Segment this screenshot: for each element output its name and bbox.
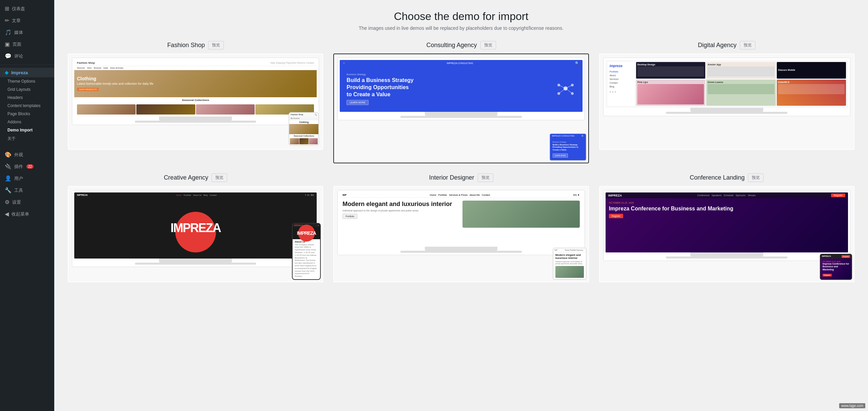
mobile-sea-img-1 [290, 138, 299, 144]
demo-creative-preview-btn[interactable]: 预览 [212, 173, 227, 182]
sidebar-users-label: 用户 [14, 176, 23, 182]
fashion-hero-text: Clothing [77, 76, 154, 81]
creative-nav-portfolio: Portfolio [184, 194, 191, 196]
consulting-cta[interactable]: LEARN MORE [347, 100, 368, 105]
interior-mobile-nav-links: Home Portfolio Services... [565, 249, 585, 251]
creative-nav-blog: Blog [203, 194, 208, 196]
demo-interior-card[interactable]: IDP Home Portfolio Services & Prices Abo… [333, 186, 589, 282]
demo-conference-preview-btn[interactable]: 预览 [748, 173, 764, 182]
sidebar-item-label: 文章 [12, 18, 21, 24]
creative-base [135, 263, 256, 265]
pages-icon: ▣ [5, 41, 10, 47]
fashion-mobile-seasonal-imgs [289, 138, 318, 145]
demo-fashion-preview-btn[interactable]: 预览 [208, 41, 224, 49]
fashion-nav-new: New Arrivals [110, 67, 123, 69]
demo-creative-inner: IMPREZA Home Portfolio About Us Blog Con… [68, 187, 322, 282]
sidebar-theme-options[interactable]: Theme Options [0, 77, 54, 85]
demo-conference-title-row: Conference Landing 预览 [690, 173, 764, 182]
creative-logo-text: IMPREZA [171, 221, 221, 235]
demo-interior-title-row: Interior Designer 预览 [429, 173, 493, 182]
sidebar-plugin-label: Impreza [11, 70, 28, 75]
demo-creative-title-row: Creative Agency 预览 [164, 173, 227, 182]
interior-nav-portfolio: Portfolio [438, 194, 447, 196]
sidebar-collapse-label: 收起菜单 [12, 211, 29, 217]
interior-cta[interactable]: Portfolio [342, 214, 357, 219]
sidebar-page-blocks[interactable]: Page Blocks [0, 110, 54, 118]
sidebar-content-templates[interactable]: Content templates [0, 102, 54, 110]
conference-mobile-register[interactable]: Register [842, 255, 850, 258]
fashion-mobile-seasonal-title: Seasonal Collections [289, 134, 318, 138]
sidebar-settings-label: 设置 [12, 199, 21, 205]
sidebar-tools[interactable]: 🔧 工具 [0, 184, 54, 196]
demo-conference-card[interactable]: IMPREZA Conference Speakers Schedule Spo… [599, 186, 854, 282]
sidebar-item-comments[interactable]: 💬 评论 [0, 50, 54, 62]
creative-social-3: Be [311, 193, 314, 197]
watermark: www.tqge.com [839, 403, 865, 408]
digital-social-1: ● [610, 90, 611, 93]
consulting-mobile-logo: IMPREZA CONSULTING [552, 135, 575, 137]
consulting-network-icon [555, 78, 576, 100]
sidebar-impreza[interactable]: ◆ Impreza [0, 68, 54, 77]
consulting-screen-wrap: ≡ IMPREZA CONSULTING 🔍 Business Strategy… [340, 60, 582, 112]
fashion-nav-men: Men [87, 67, 92, 69]
impreza-section: ◆ Impreza Theme Options Grid Layouts Hea… [0, 65, 54, 146]
sidebar-headers[interactable]: Headers [0, 94, 54, 102]
digital-nav-about: About [610, 74, 633, 77]
demo-interior-title: Interior Designer [429, 174, 474, 181]
digital-card-leaves-title: Green Leaves [708, 81, 774, 83]
demo-interior-preview-btn[interactable]: 预览 [478, 173, 493, 182]
page-subtitle: The images used in live demos will be re… [68, 25, 854, 31]
sidebar-collapse[interactable]: ◀ 收起菜单 [0, 208, 54, 220]
demo-fashion-card[interactable]: Fashion Shop Help Shipping Payments Retu… [68, 54, 323, 150]
interior-monitor: IDP Home Portfolio Services & Prices Abo… [337, 190, 585, 255]
conf-nav-venues: Venues [748, 194, 755, 197]
demo-digital: Digital Agency 预览 impreza Portfolio Abou… [599, 41, 854, 163]
demo-digital-card[interactable]: impreza Portfolio About Services Contact… [599, 54, 854, 150]
conference-mobile-body: OCTOBER 21-22, 2025 Impreza Conference f… [821, 259, 851, 279]
conference-cta[interactable]: Register [609, 214, 623, 218]
conference-mobile-cta[interactable]: Register [823, 274, 832, 276]
interior-sub: Individual approach to the design of pri… [342, 209, 460, 212]
interior-mobile: IDP Home Portfolio Services... Modern el… [553, 248, 587, 280]
sidebar-item-media[interactable]: 🎵 媒体 [0, 26, 54, 38]
sidebar-item-dashboard[interactable]: ⊞ 仪表盘 [0, 3, 54, 15]
consulting-header: ≡ IMPREZA CONSULTING 🔍 [340, 60, 582, 66]
diamond-icon: ◆ [5, 70, 8, 75]
sidebar-item-posts[interactable]: ✏ 文章 [0, 15, 54, 26]
demo-consulting-card[interactable]: ≡ IMPREZA CONSULTING 🔍 Business Strategy… [333, 54, 589, 163]
sidebar-addons[interactable]: Addons [0, 118, 54, 126]
fashion-hero: Clothing Latest fashionable trendy-sets … [74, 70, 317, 97]
sidebar-grid-layouts[interactable]: Grid Layouts [0, 85, 54, 94]
interior-stand [425, 247, 498, 251]
conference-nav: IMPREZA Conference Speakers Schedule Spo… [606, 192, 848, 198]
creative-nav-contact: Contact [210, 194, 217, 196]
sidebar-appearance[interactable]: 🎨 外观 [0, 149, 54, 161]
sidebar: ⊞ 仪表盘 ✏ 文章 🎵 媒体 ▣ 页面 💬 评论 ◆ Impreza Them… [0, 0, 54, 411]
digital-nav-blog: Blog [610, 85, 633, 88]
consulting-text: Business Strategy Build a Business Strat… [347, 73, 414, 105]
appearance-icon: 🎨 [5, 151, 12, 158]
fashion-nav-sale: Sale [103, 67, 108, 69]
sidebar-about[interactable]: 关于 [0, 134, 54, 143]
conference-nav-register[interactable]: Register [831, 193, 845, 197]
sidebar-users[interactable]: 👤 用户 [0, 172, 54, 184]
digital-card-amster: Amster App [706, 62, 775, 79]
sidebar-plugins[interactable]: 🔌 插件 22 [0, 161, 54, 172]
sidebar-demo-import[interactable]: Demo Import [0, 126, 54, 134]
fashion-nav-links: Help Shipping Payments Returns Contact [270, 62, 314, 64]
conference-screen-wrap: IMPREZA Conference Speakers Schedule Spo… [606, 192, 848, 252]
seasonal-img-1 [77, 104, 136, 115]
digital-monitor: impreza Portfolio About Services Contact… [603, 58, 850, 116]
demo-creative-card[interactable]: IMPREZA Home Portfolio About Us Blog Con… [68, 186, 323, 282]
digital-card-leaves: Green Leaves [706, 80, 775, 106]
consulting-mobile-cta[interactable]: LEARN MORE [553, 153, 568, 158]
demo-consulting-preview-btn[interactable]: 预览 [480, 41, 496, 49]
fashion-cta[interactable]: SHOP PRODUCTS [77, 88, 99, 91]
demo-digital-title-row: Digital Agency 预览 [698, 41, 755, 49]
digital-base [666, 112, 787, 114]
sidebar-plugins-label: 插件 [14, 164, 23, 170]
fashion-nav: Women Men Brands Sale New Arrivals [74, 66, 317, 70]
sidebar-settings[interactable]: ⚙ 设置 [0, 196, 54, 208]
demo-digital-preview-btn[interactable]: 预览 [740, 41, 755, 49]
sidebar-item-pages[interactable]: ▣ 页面 [0, 38, 54, 50]
